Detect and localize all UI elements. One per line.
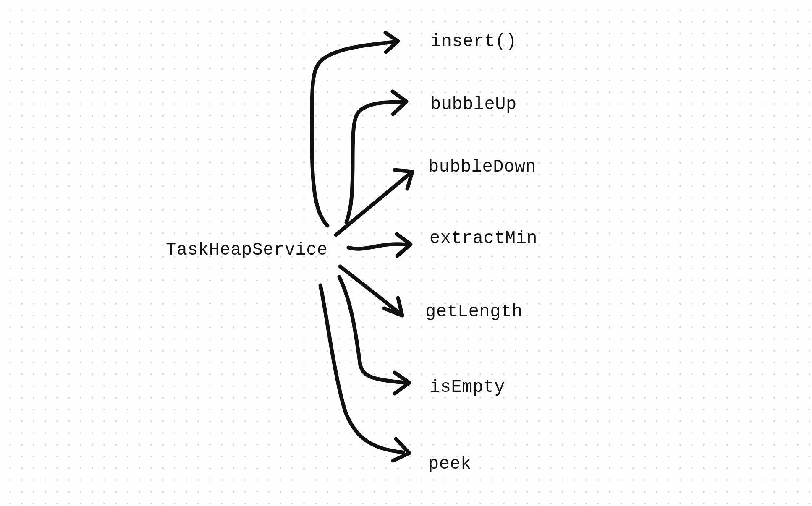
method-getLength: getLength (425, 303, 522, 321)
diagram-canvas: TaskHeapService insert() bubbleUp bubble… (0, 0, 812, 506)
arrow-isEmpty (339, 277, 405, 383)
root-node: TaskHeapService (166, 241, 328, 259)
arrow-peek-head (393, 439, 409, 461)
method-bubbleUp: bubbleUp (430, 96, 517, 113)
arrow-bubbleUp (346, 102, 403, 222)
arrow-getLength-head (384, 298, 402, 316)
arrow-bubbleUp-head (393, 91, 406, 114)
arrow-extractMin-head (397, 234, 411, 256)
method-peek: peek (428, 455, 471, 473)
arrow-extractMin (348, 244, 406, 249)
arrow-bubbleDown (336, 174, 409, 235)
method-insert: insert() (430, 33, 517, 50)
method-bubbleDown: bubbleDown (428, 158, 536, 176)
arrow-insert (312, 42, 394, 226)
method-extractMin: extractMin (430, 230, 537, 247)
arrow-getLength (340, 266, 399, 313)
arrow-insert-head (385, 33, 398, 52)
arrow-peek (320, 285, 403, 452)
arrow-isEmpty-head (395, 373, 409, 394)
arrow-bubbleDown-head (395, 170, 412, 189)
arrows-layer (0, 0, 812, 506)
method-isEmpty: isEmpty (430, 378, 505, 396)
